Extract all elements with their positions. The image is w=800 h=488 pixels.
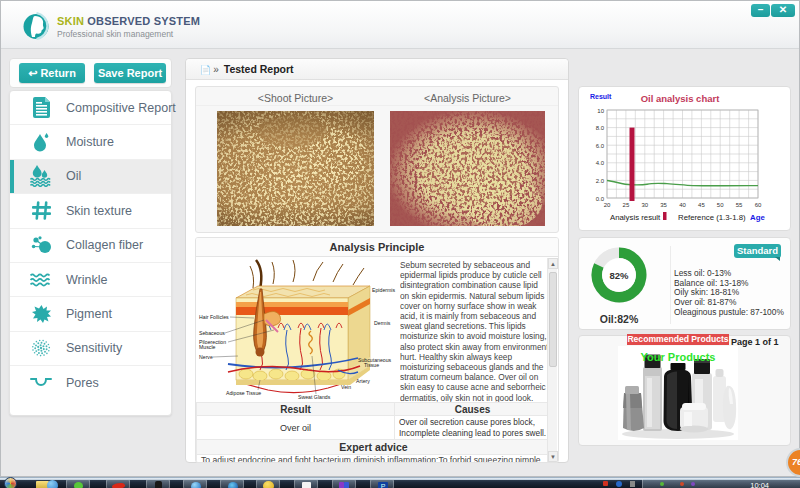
svg-text:Result: Result — [590, 93, 612, 100]
svg-text:Hair Follicles: Hair Follicles — [199, 314, 229, 320]
svg-text:2.0: 2.0 — [596, 178, 605, 184]
svg-text:Reference (1.3-1.8): Reference (1.3-1.8) — [678, 213, 746, 222]
svg-text:20: 20 — [604, 202, 611, 208]
svg-text:6.0: 6.0 — [596, 143, 605, 149]
svg-text:Age: Age — [750, 213, 765, 222]
svg-text:Muscle: Muscle — [199, 344, 216, 350]
svg-text:55: 55 — [736, 202, 743, 208]
svg-text:25: 25 — [623, 202, 630, 208]
svg-text:Sebaceous: Sebaceous — [199, 330, 225, 336]
svg-text:30: 30 — [641, 202, 648, 208]
svg-text:45: 45 — [698, 202, 705, 208]
svg-text:10: 10 — [597, 108, 604, 114]
svg-text:Nerve: Nerve — [199, 354, 213, 360]
svg-text:Tissue: Tissue — [364, 362, 379, 368]
svg-text:50: 50 — [717, 202, 724, 208]
svg-text:4.0: 4.0 — [596, 160, 605, 166]
svg-text:35: 35 — [660, 202, 667, 208]
svg-text:40: 40 — [679, 202, 686, 208]
svg-text:Dermis: Dermis — [374, 320, 391, 326]
svg-text:Epidermis: Epidermis — [372, 287, 395, 293]
svg-text:Analysis result: Analysis result — [610, 213, 661, 222]
svg-text:Artery: Artery — [356, 378, 370, 384]
svg-text:Adipose Tissue: Adipose Tissue — [226, 390, 261, 396]
svg-text:60: 60 — [755, 202, 762, 208]
svg-text:Sweat Glands: Sweat Glands — [298, 394, 331, 400]
svg-text:Oil analysis chart: Oil analysis chart — [641, 93, 721, 104]
svg-text:Vein: Vein — [341, 384, 351, 390]
svg-text:8.0: 8.0 — [596, 125, 605, 131]
